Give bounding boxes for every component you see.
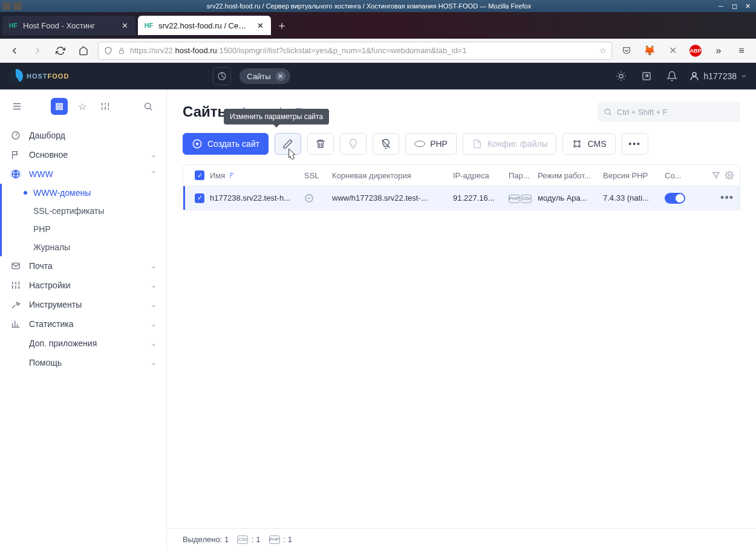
sidebar-item-label: Почта [29,261,53,271]
stats-pie-button[interactable] [213,67,231,85]
wrench-icon [10,300,22,309]
column-header-ip[interactable]: IP-адреса [453,171,509,180]
status-php: PHP: 1 [269,535,292,544]
more-actions-button[interactable]: ••• [622,133,648,155]
sidebar-item-mail[interactable]: Почта ⌄ [0,256,166,276]
reload-button[interactable] [52,42,69,59]
globe-icon [10,169,22,179]
app-logo[interactable]: HOSTFOOD [8,69,69,83]
sidebar-subitem-logs[interactable]: Журналы [2,238,166,256]
column-header-ssl[interactable]: SSL [304,171,332,180]
cell-root: www/h177238.srv22.test-... [332,193,453,202]
svg-rect-6 [56,106,62,107]
column-header-mode[interactable]: Режим работ... [538,171,603,180]
back-button[interactable] [6,42,23,59]
top-tab-sites[interactable]: Сайты ✕ [240,68,290,84]
column-header-params[interactable]: Пар... [509,171,538,180]
chevron-down-icon [740,73,748,80]
table-row[interactable]: ✓ h177238.srv22.test-h... www/h177238.sr… [183,186,740,210]
cell-ssl [304,193,332,203]
forward-button[interactable] [29,42,46,59]
tab-close-button[interactable]: ✕ [120,21,129,30]
chevron-down-icon: ⌄ [151,281,157,290]
notifications-button[interactable] [663,68,680,85]
home-button[interactable] [75,42,92,59]
edit-site-button[interactable] [275,133,301,155]
sidebar-sliders-button[interactable] [97,98,114,115]
sidebar-item-settings[interactable]: Настройки ⌄ [0,276,166,295]
abp-extension-icon[interactable]: ABP [687,42,704,59]
tools-extension-icon[interactable]: ✕ [664,42,681,59]
sidebar-item-label: Инструменты [29,300,82,309]
state-toggle[interactable] [665,193,685,204]
mail-icon [10,261,22,271]
sidebar: ☆ Дашборд Основное ⌄ WWW ⌃ [0,89,167,550]
os-close-button[interactable]: ✕ [743,2,752,10]
os-minimize-button[interactable]: ─ [716,2,726,10]
config-files-button[interactable]: Конфиг. файлы [463,133,557,155]
tab-close-button[interactable]: ✕ [255,21,265,30]
sidebar-item-stats[interactable]: Статистика ⌄ [0,314,166,334]
sidebar-subitem-domains[interactable]: WWW-домены [2,184,166,202]
svg-point-20 [728,174,731,176]
gear-icon[interactable] [725,171,734,180]
top-tab-close-button[interactable]: ✕ [276,71,285,81]
user-menu[interactable]: h177238 [689,71,748,82]
sidebar-search-button[interactable] [140,98,157,115]
column-header-php[interactable]: Версия PHP [603,171,665,180]
php-button[interactable]: PHP [405,133,457,155]
sidebar-item-www[interactable]: WWW ⌃ [0,164,166,184]
svg-rect-5 [56,103,62,105]
pocket-icon[interactable] [618,42,635,59]
row-actions-button[interactable]: ••• [720,192,734,204]
browser-tab-2[interactable]: HF srv22.host-food.ru / Серве ✕ [138,16,271,35]
bulb-off-button[interactable] [373,133,399,155]
file-icon [472,138,483,149]
sidebar-item-tools[interactable]: Инструменты ⌄ [0,295,166,314]
app-topbar: HOSTFOOD Сайты ✕ h177238 [0,63,756,89]
cms-button[interactable]: CMS [562,133,615,155]
main-content: Сайты ☆ Ctrl + Shift + F Создать сайт [167,89,756,550]
overflow-menu-button[interactable]: » [710,42,727,59]
column-header-state[interactable]: Со... [665,171,701,180]
sort-icon [227,172,235,179]
delete-button[interactable] [307,133,334,155]
svg-point-2 [619,74,623,78]
select-all-checkbox[interactable]: ✓ [195,170,204,180]
sidebar-item-main[interactable]: Основное ⌄ [0,145,166,164]
os-maximize-button[interactable]: ◻ [729,2,739,10]
lock-icon [117,47,126,55]
sidebar-item-label: Основное [29,150,68,160]
sidebar-subitem-php[interactable]: PHP [2,220,166,238]
svg-point-16 [574,141,576,143]
browser-menu-button[interactable]: ≡ [733,42,750,59]
fox-extension-icon[interactable]: 🦊 [641,42,658,59]
column-header-root[interactable]: Корневая директория [332,171,453,180]
bulb-button[interactable] [340,133,367,155]
sidebar-item-dashboard[interactable]: Дашборд [0,126,166,145]
sidebar-item-help[interactable]: Помощь ⌄ [0,353,166,372]
sidebar-subitem-ssl[interactable]: SSL-сертификаты [2,202,166,220]
column-header-name[interactable]: Имя [210,171,304,180]
page-search-input[interactable]: Ctrl + Shift + F [598,102,740,122]
url-input[interactable]: https://srv22.host-food.ru:1500/ispmgr#/… [98,42,612,60]
svg-rect-7 [56,108,62,109]
row-checkbox[interactable]: ✓ [195,193,204,203]
theme-toggle-button[interactable] [613,68,630,85]
sidebar-item-label: Помощь [29,358,62,367]
sidebar-favorite-button[interactable]: ☆ [74,98,91,115]
sidebar-item-extras[interactable]: Доп. приложения ⌄ [0,334,166,353]
browser-tab-1[interactable]: HF Host Food - Хостинг ✕ [2,16,135,35]
cell-ip: 91.227.16... [453,193,509,202]
new-tab-button[interactable]: ＋ [273,17,290,34]
sidebar-list-view-button[interactable] [51,98,68,115]
svg-point-8 [145,103,151,109]
pencil-icon [282,138,293,149]
sidebar-collapse-button[interactable] [10,99,24,114]
create-site-button[interactable]: Создать сайт [183,133,269,155]
external-link-button[interactable] [638,68,655,85]
sidebar-item-label: WWW [29,169,53,179]
filter-icon[interactable] [712,171,720,180]
button-label: PHP [430,139,448,149]
bookmark-star-icon[interactable]: ☆ [599,46,607,55]
